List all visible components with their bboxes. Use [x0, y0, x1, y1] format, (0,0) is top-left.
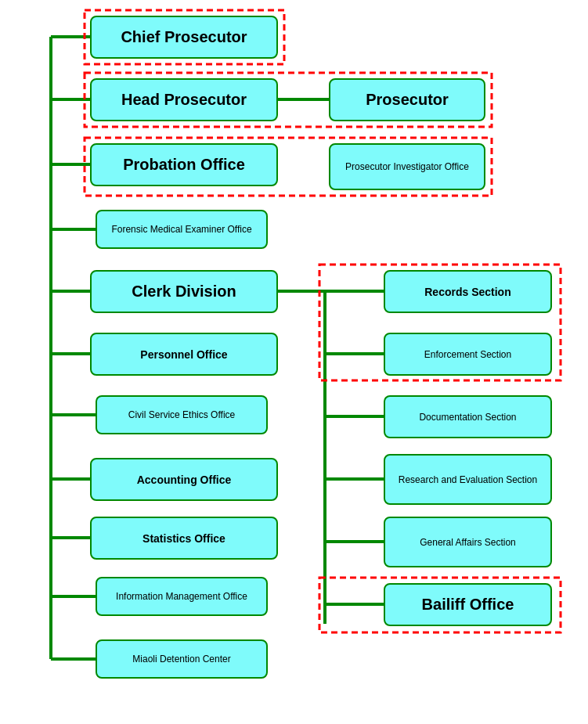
- node-label-prosecutor: Prosecutor: [366, 91, 449, 109]
- node-label-prosecutor_inv: Prosecutor Investigator Office: [345, 161, 469, 172]
- node-enforcement: Enforcement Section: [384, 333, 552, 376]
- node-label-enforcement: Enforcement Section: [424, 349, 511, 360]
- node-label-documentation: Documentation Section: [419, 412, 516, 423]
- node-label-personnel: Personnel Office: [140, 348, 227, 361]
- node-label-info_mgmt: Information Management Office: [116, 591, 247, 602]
- node-label-general: General Affairs Section: [420, 537, 516, 548]
- node-bailiff: Bailiff Office: [384, 583, 552, 626]
- node-prosecutor: Prosecutor: [329, 78, 485, 121]
- node-chief: Chief Prosecutor: [90, 16, 278, 59]
- node-label-head: Head Prosecutor: [121, 91, 247, 109]
- node-probation: Probation Office: [90, 143, 278, 186]
- node-forensic: Forensic Medical Examiner Office: [96, 210, 268, 249]
- node-clerk: Clerk Division: [90, 270, 278, 313]
- node-label-clerk: Clerk Division: [132, 283, 236, 301]
- node-label-forensic: Forensic Medical Examiner Office: [111, 224, 251, 235]
- node-head: Head Prosecutor: [90, 78, 278, 121]
- node-label-research: Research and Evaluation Section: [399, 474, 537, 485]
- node-label-statistics: Statistics Office: [142, 532, 225, 545]
- node-records: Records Section: [384, 270, 552, 313]
- node-civil: Civil Service Ethics Office: [96, 395, 268, 434]
- node-label-miaoli: Miaoli Detention Center: [132, 654, 230, 665]
- node-prosecutor_inv: Prosecutor Investigator Office: [329, 143, 485, 190]
- node-label-accounting: Accounting Office: [137, 474, 232, 486]
- node-documentation: Documentation Section: [384, 395, 552, 438]
- node-label-records: Records Section: [424, 286, 510, 298]
- node-label-probation: Probation Office: [123, 156, 245, 174]
- node-label-chief: Chief Prosecutor: [121, 28, 247, 46]
- node-research: Research and Evaluation Section: [384, 454, 552, 505]
- node-personnel: Personnel Office: [90, 333, 278, 376]
- org-chart: Chief ProsecutorHead ProsecutorProsecuto…: [0, 0, 588, 724]
- node-general: General Affairs Section: [384, 517, 552, 567]
- node-statistics: Statistics Office: [90, 517, 278, 560]
- node-label-civil: Civil Service Ethics Office: [128, 409, 235, 420]
- node-label-bailiff: Bailiff Office: [422, 596, 514, 614]
- node-info_mgmt: Information Management Office: [96, 577, 268, 616]
- node-accounting: Accounting Office: [90, 458, 278, 501]
- node-miaoli: Miaoli Detention Center: [96, 639, 268, 679]
